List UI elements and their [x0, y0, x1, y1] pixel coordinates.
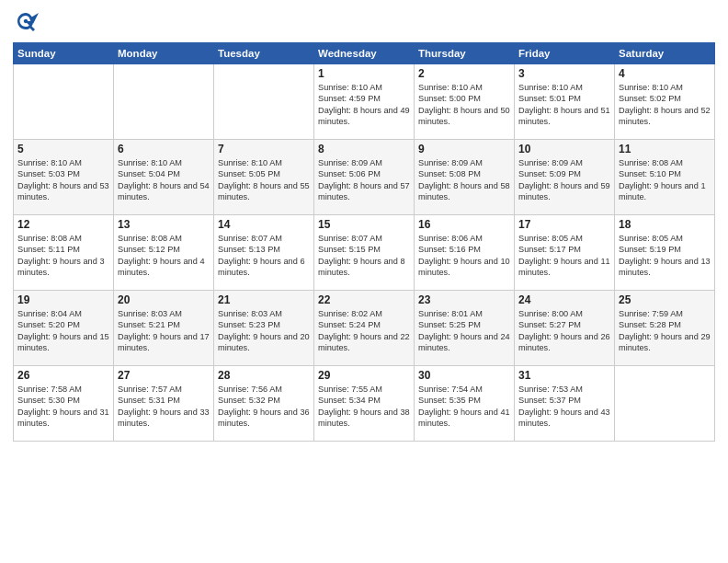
- calendar-cell: [114, 64, 214, 140]
- day-number: 15: [318, 218, 410, 231]
- calendar-cell: 29Sunrise: 7:55 AM Sunset: 5:34 PM Dayli…: [314, 366, 415, 442]
- cell-content: Sunrise: 7:58 AM Sunset: 5:30 PM Dayligh…: [17, 384, 109, 430]
- calendar-week-row: 12Sunrise: 8:08 AM Sunset: 5:11 PM Dayli…: [14, 215, 715, 291]
- calendar-cell: 31Sunrise: 7:53 AM Sunset: 5:37 PM Dayli…: [515, 366, 615, 442]
- day-number: 9: [418, 143, 510, 155]
- cell-content: Sunrise: 7:59 AM Sunset: 5:28 PM Dayligh…: [619, 308, 711, 354]
- cell-content: Sunrise: 8:10 AM Sunset: 5:00 PM Dayligh…: [418, 82, 510, 128]
- day-number: 28: [218, 369, 310, 382]
- calendar-cell: 22Sunrise: 8:02 AM Sunset: 5:24 PM Dayli…: [314, 291, 415, 366]
- day-number: 31: [518, 369, 610, 382]
- cell-content: Sunrise: 7:57 AM Sunset: 5:31 PM Dayligh…: [118, 384, 210, 430]
- day-number: 7: [218, 143, 310, 155]
- cell-content: Sunrise: 8:08 AM Sunset: 5:10 PM Dayligh…: [619, 157, 711, 203]
- day-number: 21: [218, 293, 310, 306]
- cell-content: Sunrise: 8:09 AM Sunset: 5:06 PM Dayligh…: [318, 157, 410, 203]
- calendar-cell: 15Sunrise: 8:07 AM Sunset: 5:15 PM Dayli…: [314, 215, 415, 291]
- cell-content: Sunrise: 8:08 AM Sunset: 5:12 PM Dayligh…: [118, 233, 210, 279]
- day-header-thursday: Thursday: [415, 43, 515, 64]
- calendar-cell: 1Sunrise: 8:10 AM Sunset: 4:59 PM Daylig…: [314, 64, 415, 140]
- cell-content: Sunrise: 8:02 AM Sunset: 5:24 PM Dayligh…: [318, 308, 410, 354]
- cell-content: Sunrise: 8:09 AM Sunset: 5:09 PM Dayligh…: [518, 157, 610, 203]
- cell-content: Sunrise: 8:05 AM Sunset: 5:17 PM Dayligh…: [518, 233, 610, 279]
- cell-content: Sunrise: 7:54 AM Sunset: 5:35 PM Dayligh…: [418, 384, 510, 430]
- calendar-cell: [214, 64, 314, 140]
- day-header-tuesday: Tuesday: [214, 43, 314, 64]
- cell-content: Sunrise: 8:05 AM Sunset: 5:19 PM Dayligh…: [619, 233, 711, 279]
- day-number: 2: [418, 67, 510, 80]
- calendar-cell: 30Sunrise: 7:54 AM Sunset: 5:35 PM Dayli…: [415, 366, 515, 442]
- logo-icon: [13, 9, 39, 35]
- day-number: 13: [118, 218, 210, 231]
- calendar-cell: 26Sunrise: 7:58 AM Sunset: 5:30 PM Dayli…: [14, 366, 114, 442]
- cell-content: Sunrise: 8:10 AM Sunset: 5:01 PM Dayligh…: [518, 82, 610, 128]
- logo: [13, 9, 42, 35]
- day-number: 10: [518, 143, 610, 155]
- day-number: 14: [218, 218, 310, 231]
- calendar-cell: 6Sunrise: 8:10 AM Sunset: 5:04 PM Daylig…: [114, 140, 214, 215]
- calendar-cell: 12Sunrise: 8:08 AM Sunset: 5:11 PM Dayli…: [14, 215, 114, 291]
- calendar-table: SundayMondayTuesdayWednesdayThursdayFrid…: [13, 42, 715, 442]
- cell-content: Sunrise: 8:01 AM Sunset: 5:25 PM Dayligh…: [418, 308, 510, 354]
- cell-content: Sunrise: 7:56 AM Sunset: 5:32 PM Dayligh…: [218, 384, 310, 430]
- calendar-cell: 9Sunrise: 8:09 AM Sunset: 5:08 PM Daylig…: [415, 140, 515, 215]
- cell-content: Sunrise: 8:03 AM Sunset: 5:23 PM Dayligh…: [218, 308, 310, 354]
- calendar-cell: 7Sunrise: 8:10 AM Sunset: 5:05 PM Daylig…: [214, 140, 314, 215]
- calendar-cell: 10Sunrise: 8:09 AM Sunset: 5:09 PM Dayli…: [515, 140, 615, 215]
- day-number: 8: [318, 143, 410, 155]
- day-number: 20: [118, 293, 210, 306]
- calendar-cell: 25Sunrise: 7:59 AM Sunset: 5:28 PM Dayli…: [615, 291, 715, 366]
- cell-content: Sunrise: 8:07 AM Sunset: 5:15 PM Dayligh…: [318, 233, 410, 279]
- calendar-cell: 20Sunrise: 8:03 AM Sunset: 5:21 PM Dayli…: [114, 291, 214, 366]
- day-number: 17: [518, 218, 610, 231]
- day-header-sunday: Sunday: [14, 43, 114, 64]
- calendar-cell: 2Sunrise: 8:10 AM Sunset: 5:00 PM Daylig…: [415, 64, 515, 140]
- calendar-cell: 24Sunrise: 8:00 AM Sunset: 5:27 PM Dayli…: [515, 291, 615, 366]
- cell-content: Sunrise: 7:53 AM Sunset: 5:37 PM Dayligh…: [518, 384, 610, 430]
- calendar-week-row: 1Sunrise: 8:10 AM Sunset: 4:59 PM Daylig…: [14, 64, 715, 140]
- cell-content: Sunrise: 8:04 AM Sunset: 5:20 PM Dayligh…: [17, 308, 109, 354]
- day-number: 25: [619, 293, 711, 306]
- cell-content: Sunrise: 8:10 AM Sunset: 5:03 PM Dayligh…: [17, 157, 109, 203]
- calendar-cell: 13Sunrise: 8:08 AM Sunset: 5:12 PM Dayli…: [114, 215, 214, 291]
- day-number: 22: [318, 293, 410, 306]
- calendar-week-row: 26Sunrise: 7:58 AM Sunset: 5:30 PM Dayli…: [14, 366, 715, 442]
- day-header-saturday: Saturday: [615, 43, 715, 64]
- calendar-cell: 27Sunrise: 7:57 AM Sunset: 5:31 PM Dayli…: [114, 366, 214, 442]
- calendar-cell: [615, 366, 715, 442]
- day-number: 29: [318, 369, 410, 382]
- day-number: 4: [619, 67, 711, 80]
- day-number: 5: [17, 143, 109, 155]
- day-number: 16: [418, 218, 510, 231]
- calendar-cell: 8Sunrise: 8:09 AM Sunset: 5:06 PM Daylig…: [314, 140, 415, 215]
- day-header-wednesday: Wednesday: [314, 43, 415, 64]
- day-number: 3: [518, 67, 610, 80]
- day-number: 26: [17, 369, 109, 382]
- calendar-cell: 5Sunrise: 8:10 AM Sunset: 5:03 PM Daylig…: [14, 140, 114, 215]
- calendar-cell: 17Sunrise: 8:05 AM Sunset: 5:17 PM Dayli…: [515, 215, 615, 291]
- day-number: 11: [619, 143, 711, 155]
- day-number: 24: [518, 293, 610, 306]
- day-number: 19: [17, 293, 109, 306]
- cell-content: Sunrise: 8:00 AM Sunset: 5:27 PM Dayligh…: [518, 308, 610, 354]
- calendar-cell: 11Sunrise: 8:08 AM Sunset: 5:10 PM Dayli…: [615, 140, 715, 215]
- cell-content: Sunrise: 8:03 AM Sunset: 5:21 PM Dayligh…: [118, 308, 210, 354]
- calendar-week-row: 5Sunrise: 8:10 AM Sunset: 5:03 PM Daylig…: [14, 140, 715, 215]
- calendar-cell: 18Sunrise: 8:05 AM Sunset: 5:19 PM Dayli…: [615, 215, 715, 291]
- day-number: 30: [418, 369, 510, 382]
- calendar-cell: [14, 64, 114, 140]
- day-number: 6: [118, 143, 210, 155]
- cell-content: Sunrise: 7:55 AM Sunset: 5:34 PM Dayligh…: [318, 384, 410, 430]
- calendar-header-row: SundayMondayTuesdayWednesdayThursdayFrid…: [14, 43, 715, 64]
- calendar-week-row: 19Sunrise: 8:04 AM Sunset: 5:20 PM Dayli…: [14, 291, 715, 366]
- day-header-friday: Friday: [515, 43, 615, 64]
- calendar-cell: 3Sunrise: 8:10 AM Sunset: 5:01 PM Daylig…: [515, 64, 615, 140]
- calendar-cell: 19Sunrise: 8:04 AM Sunset: 5:20 PM Dayli…: [14, 291, 114, 366]
- page-container: SundayMondayTuesdayWednesdayThursdayFrid…: [0, 0, 728, 451]
- day-number: 27: [118, 369, 210, 382]
- cell-content: Sunrise: 8:10 AM Sunset: 5:05 PM Dayligh…: [218, 157, 310, 203]
- day-number: 1: [318, 67, 410, 80]
- cell-content: Sunrise: 8:09 AM Sunset: 5:08 PM Dayligh…: [418, 157, 510, 203]
- calendar-cell: 21Sunrise: 8:03 AM Sunset: 5:23 PM Dayli…: [214, 291, 314, 366]
- calendar-cell: 14Sunrise: 8:07 AM Sunset: 5:13 PM Dayli…: [214, 215, 314, 291]
